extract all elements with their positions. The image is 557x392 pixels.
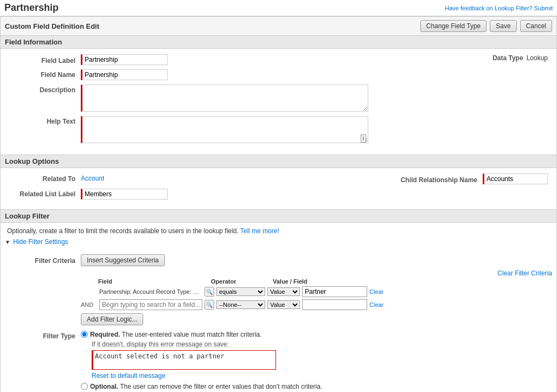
description-label: Description: [5, 85, 81, 94]
criteria-row-1: Partnership: Account Record Type: Name 🔍…: [81, 286, 552, 297]
criteria-row1-search-icon[interactable]: 🔍: [204, 287, 214, 297]
related-to-label: Related To: [5, 173, 81, 183]
help-text-info-icon[interactable]: i: [361, 134, 366, 143]
data-type-label: Data Type: [492, 54, 523, 62]
add-filter-logic-container: Add Filter Logic...: [81, 313, 552, 325]
filter-criteria-row: Filter Criteria Insert Suggested Criteri…: [5, 254, 552, 325]
top-toolbar: Custom Field Definition Edit Change Fiel…: [0, 16, 557, 35]
criteria-header: Clear Filter Criteria: [81, 269, 552, 277]
criteria-row1-value-input[interactable]: [302, 286, 367, 297]
criteria-row1-operator-select[interactable]: equals: [216, 287, 265, 296]
reset-default-link[interactable]: Reset to default message: [92, 372, 165, 380]
filter-type-label: Filter Type: [5, 331, 75, 340]
tell-me-more-link[interactable]: Tell me more!: [240, 227, 279, 235]
filter-criteria-label: Filter Criteria: [5, 254, 75, 265]
criteria-row2-value-input[interactable]: [302, 299, 367, 310]
related-list-label: Related List Label: [5, 189, 81, 198]
criteria-row2-operator-select[interactable]: --None--: [216, 300, 265, 309]
criteria-row-2: AND 🔍 --None-- Value Clear: [81, 299, 552, 310]
clear-filter-link[interactable]: Clear Filter Criteria: [497, 269, 552, 277]
help-text-row: Help Text i: [1, 116, 556, 145]
add-filter-logic-button[interactable]: Add Filter Logic...: [81, 313, 143, 325]
field-info-header: Field Information: [0, 35, 557, 49]
criteria-row1-value-type-select[interactable]: Value: [267, 287, 300, 296]
col-value-header: Value / Field: [273, 278, 360, 285]
filter-criteria-content: Insert Suggested Criteria Clear Filter C…: [81, 254, 552, 325]
criteria-row2-value-type-select[interactable]: Value: [267, 300, 300, 309]
optional-radio-row: Optional. The user can remove the filter…: [81, 383, 552, 390]
required-label: Required. The user-entered value must ma…: [90, 331, 262, 338]
col-operator-header: Operator: [211, 278, 271, 285]
optional-radio[interactable]: [81, 383, 88, 390]
field-name-row: Field Name: [1, 69, 556, 80]
change-field-type-button-top[interactable]: Change Field Type: [420, 20, 487, 32]
child-relationship-name-label: Child Relationship Name: [401, 175, 477, 184]
criteria-row1-clear[interactable]: Clear: [369, 288, 383, 295]
help-text-textarea[interactable]: [81, 116, 368, 143]
criteria-row2-search-icon[interactable]: 🔍: [204, 300, 214, 310]
optional-label: Optional. The user can remove the filter…: [90, 383, 322, 390]
field-name-label: Field Name: [5, 69, 81, 79]
lookup-options-header: Lookup Options: [0, 155, 557, 168]
description-textarea[interactable]: [81, 85, 368, 112]
required-radio[interactable]: [81, 331, 88, 338]
required-radio-row: Required. The user-entered value must ma…: [81, 331, 552, 338]
filter-type-row: Filter Type Required. The user-entered v…: [5, 331, 552, 392]
col-field-header: Field: [98, 278, 207, 285]
related-to-link[interactable]: Account: [81, 175, 104, 182]
related-list-input[interactable]: [81, 189, 168, 200]
criteria-row1-field: Partnership: Account Record Type: Name: [99, 288, 202, 295]
if-doesnt-match-text: If it doesn't, display this error messag…: [92, 340, 552, 348]
error-message-textarea[interactable]: Account selected is not a partner: [92, 350, 276, 370]
field-label-row: Field Label Data Type Lookup: [1, 54, 556, 65]
error-message-container: Account selected is not a partner Reset …: [92, 350, 552, 380]
save-button-top[interactable]: Save: [490, 20, 516, 32]
lookup-filter-section: Optionally, create a filter to limit the…: [0, 223, 557, 392]
hide-filter-arrow: ▼: [5, 239, 10, 245]
lookup-filter-header: Lookup Filter: [0, 210, 557, 223]
field-label-input[interactable]: [81, 54, 168, 65]
data-type-value: Lookup: [527, 54, 548, 62]
related-to-row: Related To Account Child Relationship Na…: [1, 173, 556, 184]
page-title: Partnership: [4, 2, 59, 14]
related-list-label-row: Related List Label: [1, 189, 556, 200]
description-row: Description: [1, 85, 556, 112]
criteria-col-headers: Field Operator Value / Field: [81, 278, 552, 285]
field-name-input[interactable]: [81, 69, 168, 80]
page-header: Partnership Have feedback on Lookup Filt…: [0, 0, 557, 16]
lookup-options-section: Related To Account Child Relationship Na…: [0, 168, 557, 210]
help-text-label: Help Text: [5, 116, 81, 125]
filter-description: Optionally, create a filter to limit the…: [5, 227, 552, 235]
criteria-and-prefix: AND: [81, 301, 97, 308]
criteria-row2-field-input[interactable]: [99, 299, 202, 310]
child-relationship-input[interactable]: [483, 173, 548, 184]
filter-type-content: Required. The user-entered value must ma…: [81, 331, 552, 392]
field-label-label: Field Label: [5, 55, 81, 65]
toolbar-title: Custom Field Definition Edit: [5, 22, 417, 30]
field-info-section: Field Label Data Type Lookup Field Name …: [0, 49, 557, 155]
criteria-row2-clear[interactable]: Clear: [369, 301, 383, 308]
page-subtitle: Have feedback on Lookup Filter? Submit: [445, 5, 553, 11]
hide-filter-link[interactable]: Hide Filter Settings: [13, 238, 68, 246]
cancel-button-top[interactable]: Cancel: [520, 20, 552, 32]
insert-suggested-button[interactable]: Insert Suggested Criteria: [81, 254, 165, 266]
